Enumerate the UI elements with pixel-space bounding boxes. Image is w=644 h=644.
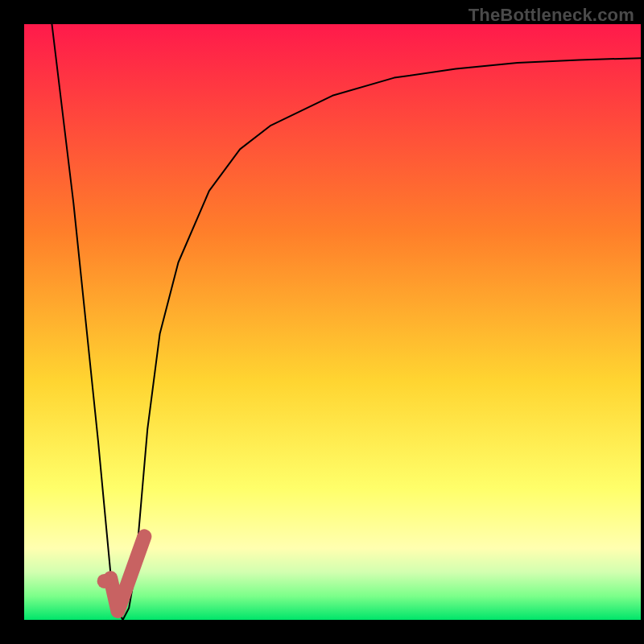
gradient-background: [24, 24, 641, 620]
optimum-dot-icon: [97, 574, 112, 588]
chart-frame: TheBottleneck.com: [0, 0, 644, 644]
bottleneck-chart: [0, 0, 644, 644]
plot-area: [24, 24, 641, 620]
